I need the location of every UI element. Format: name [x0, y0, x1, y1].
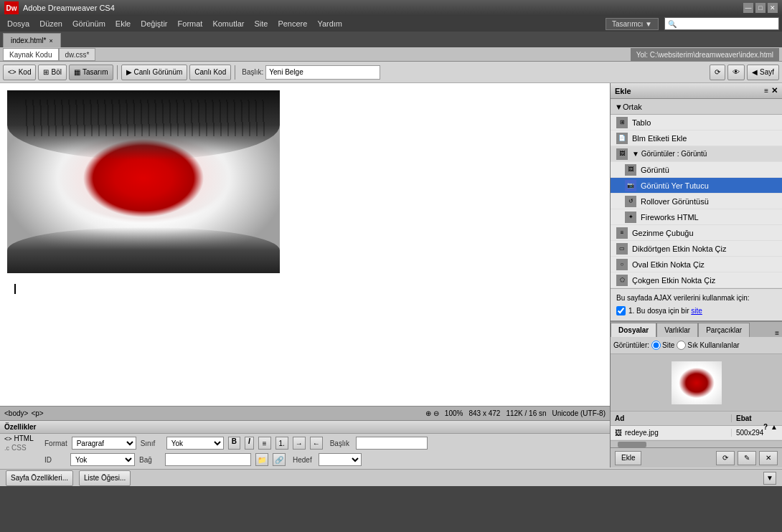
props-help-icon[interactable]: ? — [763, 423, 768, 431]
unordered-list-button[interactable]: ≡ — [258, 437, 271, 450]
recent-radio-label[interactable]: Sık Kullanılanlar — [677, 341, 739, 350]
insert-item-table[interactable]: ⊞ Tablo — [611, 115, 782, 130]
html-mode-button[interactable]: <> HTML — [4, 434, 40, 442]
insert-item-rect[interactable]: ▭ Dikdörtgen Etkin Nokta Çiz — [611, 241, 782, 257]
canvas-area[interactable] — [0, 83, 610, 406]
images-dropdown-icon: 🖼 — [616, 148, 628, 160]
zoom-controls[interactable]: ⊕ ⊖ — [425, 409, 439, 417]
designer-button[interactable]: Tasarımcı ▼ — [606, 18, 659, 30]
insert-item-placeholder[interactable]: 📷 Görüntü Yer Tutucu — [611, 178, 782, 194]
heading-input[interactable] — [356, 437, 428, 450]
panel-options-icon[interactable]: ≡ — [764, 87, 768, 95]
p-tag[interactable]: <p> — [31, 409, 43, 417]
outdent-button[interactable]: ← — [310, 437, 323, 450]
assets-tab[interactable]: Varlıklar — [656, 323, 698, 337]
main-content-area: <body> <p> ⊕ ⊖ 100% 843 x 472 112K / 16 … — [0, 83, 782, 420]
menu-ekle[interactable]: Ekle — [111, 18, 135, 29]
insert-item-polygon[interactable]: ⬠ Çokgen Etkin Nokta Çiz — [611, 272, 782, 288]
insert-category[interactable]: ▼ Ortak — [611, 99, 782, 115]
dw-logo: Dw — [4, 1, 19, 14]
doc-toolbar: <> Kod ⊞ Böl ▦ Tasarım ▶ Canlı Görünüm C… — [0, 62, 782, 83]
body-tag[interactable]: <body> — [4, 409, 28, 417]
insert-item-rollover[interactable]: ↺ Rollover Görüntüsü — [611, 194, 782, 209]
insert-item-fireworks[interactable]: ✦ Fireworks HTML — [611, 209, 782, 225]
recent-radio[interactable] — [677, 341, 686, 350]
insert-dropdown-images[interactable]: 🖼 ▼ Görüntüler : Görüntü — [611, 146, 782, 162]
menu-duzen[interactable]: Düzen — [35, 18, 67, 29]
menu-dosya[interactable]: Dosya — [3, 18, 34, 29]
target-select[interactable] — [319, 453, 362, 466]
placeholder-icon: 📷 — [625, 180, 636, 191]
heading-label: Başlık — [330, 440, 352, 447]
menu-pencere[interactable]: Pencere — [273, 18, 311, 29]
site-radio-label[interactable]: Site — [651, 341, 674, 350]
menu-format[interactable]: Format — [174, 18, 207, 29]
props-expand-icon[interactable]: ▲ — [771, 423, 778, 431]
link-input[interactable] — [165, 453, 251, 466]
panel-close-icon[interactable]: ✕ — [771, 86, 778, 95]
rect-label: Dikdörtgen Etkin Nokta Çiz — [632, 244, 726, 253]
props-expand-down[interactable]: ▼ — [763, 472, 776, 485]
split-btn-label: Böl — [51, 68, 61, 76]
site-radio[interactable] — [651, 341, 661, 350]
menu-degistir[interactable]: Değiştir — [136, 18, 171, 29]
search-box[interactable]: 🔍 — [664, 17, 779, 30]
html-label: HTML — [14, 434, 34, 442]
insert-item-nav[interactable]: ≡ Gezinme Çubuğu — [611, 225, 782, 241]
italic-button[interactable]: I — [245, 437, 254, 450]
live-view-icon: ▶ — [126, 68, 132, 76]
insert-item-blm[interactable]: 📄 Blm Etiketi Ekle — [611, 130, 782, 146]
ordered-list-button[interactable]: 1. — [275, 437, 288, 450]
close-button[interactable]: ✕ — [768, 3, 778, 13]
site-radio-text: Site — [662, 341, 674, 349]
placeholder-label: Görüntü Yer Tutucu — [641, 181, 709, 190]
indent-button[interactable]: → — [293, 437, 306, 450]
split-view-button[interactable]: ⊞ Böl — [38, 65, 66, 80]
ajax-checkbox[interactable] — [616, 306, 626, 315]
link-external-button[interactable]: 🔗 — [273, 453, 286, 466]
list-item-button[interactable]: Liste Öğesi... — [79, 470, 131, 486]
menu-yardim[interactable]: Yardım — [313, 18, 347, 29]
files-tab[interactable]: Dosyalar — [611, 323, 656, 337]
browse-link-button[interactable]: 📁 — [255, 453, 268, 466]
format-select[interactable]: Paragraf — [72, 437, 136, 450]
page-title-input[interactable] — [265, 65, 380, 80]
maximize-button[interactable]: □ — [755, 3, 765, 13]
refresh-button[interactable]: ⟳ — [710, 65, 725, 80]
zoom-level[interactable]: 100% — [445, 409, 463, 417]
preview-button[interactable]: 👁 — [727, 65, 745, 80]
page-props-label: Sayfa Özellikleri... — [11, 474, 68, 482]
ajax-site-link[interactable]: site — [691, 307, 702, 315]
insert-item-oval[interactable]: ○ Oval Etkin Nokta Çiz — [611, 257, 782, 272]
rollover-icon: ↺ — [625, 196, 636, 207]
menu-site[interactable]: Site — [250, 18, 272, 29]
css-tab-label: dw.css* — [65, 51, 90, 59]
text-cursor — [14, 284, 16, 294]
design-view-button[interactable]: ▦ Tasarım — [69, 65, 113, 80]
source-code-tab[interactable]: Kaynak Kodu — [3, 48, 59, 61]
bold-button[interactable]: B — [228, 437, 240, 450]
minimize-button[interactable]: — — [743, 3, 753, 13]
title-bar-controls[interactable]: — □ ✕ — [743, 3, 778, 13]
code-view-button[interactable]: <> Kod — [3, 65, 36, 80]
design-canvas[interactable] — [0, 83, 610, 406]
file-size: 112K / 16 sn — [506, 409, 546, 417]
menu-komutlar[interactable]: Komutlar — [208, 18, 248, 29]
page-properties-button[interactable]: Sayfa Özellikleri... — [6, 470, 73, 486]
props-header-controls: ? ▲ — [763, 423, 778, 431]
snippets-tab[interactable]: Parçacıklar — [698, 323, 750, 337]
rect-icon: ▭ — [616, 243, 628, 255]
oval-label: Oval Etkin Nokta Çiz — [632, 260, 705, 269]
live-view-button[interactable]: ▶ Canlı Görünüm — [121, 65, 188, 80]
css-tab[interactable]: dw.css* — [59, 48, 96, 61]
id-select[interactable]: Yok — [70, 453, 135, 466]
class-select[interactable]: Yok — [166, 437, 224, 450]
menu-gorunum[interactable]: Görünüm — [68, 18, 110, 29]
main-tab-close[interactable]: × — [49, 37, 52, 44]
live-code-button[interactable]: Canlı Kod — [189, 65, 231, 80]
left-main: <body> <p> ⊕ ⊖ 100% 843 x 472 112K / 16 … — [0, 83, 610, 420]
main-document-tab[interactable]: index.html* × — [3, 33, 61, 47]
insert-item-goruntuekle[interactable]: 🖼 Görüntü — [611, 162, 782, 178]
css-mode-button[interactable]: .c CSS — [4, 444, 40, 452]
files-panel-options[interactable]: ≡ — [772, 329, 782, 337]
